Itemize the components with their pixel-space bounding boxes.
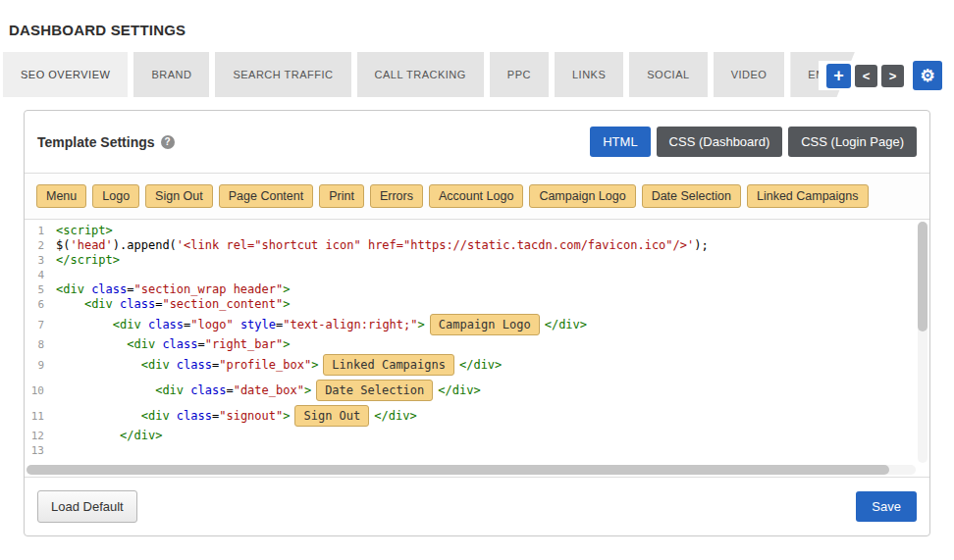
code-line-content: <div class="right_bar"> (56, 337, 929, 352)
code-line[interactable]: 9 <div class="profile_box">Linked Campai… (25, 352, 929, 378)
line-number: 6 (25, 298, 56, 311)
code-token (56, 409, 141, 423)
help-icon[interactable]: ? (161, 135, 175, 149)
code-token: ).append( (113, 238, 177, 252)
code-token: > (283, 297, 290, 311)
code-line[interactable]: 10 <div class="date_box">Date Selection<… (25, 378, 929, 403)
code-editor[interactable]: 1<script>2$('head').append('<link rel="s… (25, 220, 929, 477)
code-token: '<link rel="shortcut icon" href="https:/… (177, 238, 694, 252)
code-token: </div> (459, 358, 502, 372)
horizontal-scrollbar[interactable] (26, 465, 916, 475)
code-line[interactable]: 11 <div class="signout">Sign Out</div> (25, 403, 929, 429)
code-token: </div> (438, 383, 480, 397)
code-token: style (240, 318, 276, 331)
tab-brand[interactable]: BRAND (133, 52, 209, 97)
code-line[interactable]: 7 <div class="logo" style="text-align:ri… (25, 312, 929, 337)
code-line[interactable]: 1<script> (25, 224, 929, 238)
snippet-chip-linked-campaigns[interactable]: Linked Campaigns (747, 184, 869, 208)
code-line[interactable]: 3</script> (25, 253, 929, 268)
load-default-button[interactable]: Load Default (37, 490, 137, 523)
horizontal-scrollbar-thumb[interactable] (26, 465, 889, 475)
code-line[interactable]: 8 <div class="right_bar"> (25, 337, 929, 352)
template-settings-panel: Template Settings ? HTMLCSS (Dashboard)C… (24, 110, 930, 536)
vertical-scrollbar[interactable] (918, 222, 928, 463)
code-line[interactable]: 2$('head').append('<link rel="shortcut i… (25, 238, 929, 253)
code-chip-linked-campaigns[interactable]: Linked Campaigns (323, 354, 454, 376)
code-token: class (162, 337, 197, 351)
code-token: <div (113, 318, 141, 331)
code-token (56, 429, 120, 442)
line-number: 8 (25, 338, 56, 351)
tab-search-traffic[interactable]: SEARCH TRAFFIC (215, 52, 350, 97)
snippet-chip-print[interactable]: Print (319, 184, 364, 208)
snippet-chip-account-logo[interactable]: Account Logo (429, 184, 523, 208)
snippet-chip-sign-out[interactable]: Sign Out (145, 184, 213, 208)
code-token: class (120, 297, 155, 311)
code-chip-date-selection[interactable]: Date Selection (316, 380, 433, 401)
code-token: <div (141, 358, 170, 372)
code-token: <script> (56, 224, 113, 237)
save-button[interactable]: Save (856, 491, 917, 522)
code-token: </div> (120, 429, 162, 442)
settings-gear-button[interactable]: ⚙ (913, 61, 942, 90)
chevron-right-icon: > (889, 69, 897, 83)
code-line-content: $('head').append('<link rel="shortcut ic… (56, 238, 929, 253)
view-button-css-dashboard[interactable]: CSS (Dashboard) (657, 127, 783, 157)
code-token: "text-align:right;" (283, 318, 417, 331)
tab-ppc[interactable]: PPC (490, 52, 549, 97)
line-number: 5 (25, 283, 56, 296)
code-token (113, 297, 120, 311)
snippet-chip-errors[interactable]: Errors (370, 184, 423, 208)
tab-strip: SEO OVERVIEWBRANDSEARCH TRAFFICCALL TRAC… (0, 52, 954, 97)
tab-links[interactable]: LINKS (555, 52, 623, 97)
scroll-tabs-right-button[interactable]: > (881, 65, 904, 87)
code-token: "signout" (219, 409, 283, 423)
code-token: <div (127, 337, 155, 351)
code-token: </script> (56, 253, 120, 267)
code-line-content: </div> (56, 429, 929, 443)
code-line-content: <div class="profile_box">Linked Campaign… (56, 352, 929, 378)
code-chip-campaign-logo[interactable]: Campaign Logo (430, 314, 540, 335)
tab-video[interactable]: VIDEO (714, 52, 785, 97)
code-line-content: <div class="signout">Sign Out</div> (56, 403, 929, 429)
code-token (56, 337, 127, 351)
snippet-chip-row: MenuLogoSign OutPage ContentPrintErrorsA… (25, 174, 929, 220)
snippet-chip-logo[interactable]: Logo (92, 184, 139, 208)
code-token: > (311, 358, 318, 372)
snippet-chip-page-content[interactable]: Page Content (219, 184, 313, 208)
code-line[interactable]: 12 </div> (25, 429, 929, 443)
code-line[interactable]: 5<div class="section_wrap header"> (25, 282, 929, 297)
code-line-content: <div class="section_wrap header"> (56, 282, 929, 297)
view-button-css-login-page[interactable]: CSS (Login Page) (788, 127, 917, 157)
line-number: 13 (25, 444, 56, 457)
line-number: 1 (25, 225, 56, 237)
tab-seo-overview[interactable]: SEO OVERVIEW (3, 52, 128, 97)
snippet-chip-menu[interactable]: Menu (36, 184, 86, 208)
code-token (56, 358, 141, 372)
add-tab-button[interactable]: + (826, 64, 851, 88)
code-token: <div (56, 282, 84, 296)
line-number: 11 (25, 410, 56, 423)
line-number: 7 (25, 319, 56, 331)
view-button-html[interactable]: HTML (590, 127, 650, 157)
tab-call-tracking[interactable]: CALL TRACKING (357, 52, 484, 97)
code-line[interactable]: 6 <div class="section_content"> (25, 297, 929, 312)
page: DASHBOARD SETTINGS SEO OVERVIEWBRANDSEAR… (0, 0, 954, 560)
code-chip-sign-out[interactable]: Sign Out (294, 405, 369, 427)
code-lines: 1<script>2$('head').append('<link rel="s… (25, 224, 929, 458)
code-token (56, 318, 113, 331)
code-token: class (177, 358, 212, 372)
scroll-tabs-left-button[interactable]: < (855, 65, 877, 87)
code-token: > (283, 337, 290, 351)
vertical-scrollbar-thumb[interactable] (918, 222, 928, 331)
snippet-chip-campaign-logo[interactable]: Campaign Logo (529, 184, 635, 208)
code-line[interactable]: 4 (25, 268, 929, 282)
tab-social[interactable]: SOCIAL (629, 52, 707, 97)
code-token: class (177, 409, 212, 423)
snippet-chip-date-selection[interactable]: Date Selection (642, 184, 741, 208)
code-token: > (283, 409, 290, 423)
code-token: > (304, 383, 311, 397)
code-token: "logo" (190, 318, 233, 331)
code-line[interactable]: 13 (25, 443, 929, 458)
page-title: DASHBOARD SETTINGS (0, 0, 954, 38)
